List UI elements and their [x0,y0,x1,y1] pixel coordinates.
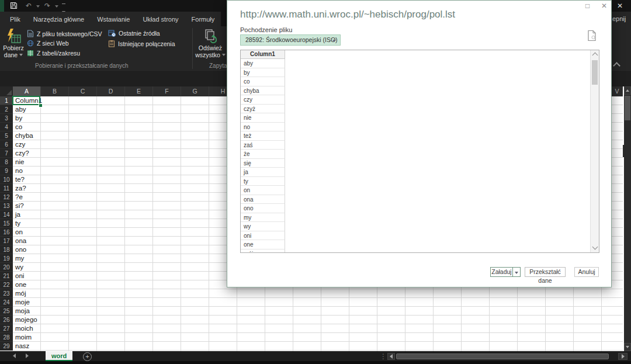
cell-a25[interactable]: moja [13,307,43,316]
preview-row-4[interactable]: chyba [241,86,285,96]
preview-scroll-up-icon[interactable] [592,53,598,58]
row-header-29[interactable]: 29 [0,342,13,351]
cell-a13[interactable]: si? [13,202,43,210]
cell-a24[interactable]: moje [13,298,43,307]
cell-a17[interactable]: ona [13,237,43,245]
preview-row-21[interactable]: one [241,240,285,249]
row-header-17[interactable]: 17 [0,237,13,245]
preview-row-19[interactable]: wy [241,222,285,231]
preview-row-10[interactable]: zaś [241,141,285,150]
column-header-f[interactable]: F [153,86,181,96]
select-all-corner[interactable] [0,86,13,96]
row-header-12[interactable]: 12 [0,193,13,202]
sheet-tab-word[interactable]: word [46,351,72,361]
cell-a18[interactable]: ono [13,245,43,254]
row-header-16[interactable]: 16 [0,228,13,237]
preview-row-3[interactable]: co [241,77,285,86]
preview-row-14[interactable]: ty [241,177,285,186]
cancel-button[interactable]: Anuluj [574,267,599,277]
recent-sources-button[interactable]: Ostatnie źródła [108,30,160,37]
preview-row-8[interactable]: no [241,123,285,132]
preview-row-17[interactable]: ono [241,204,285,213]
preview-scroll-down-icon[interactable] [592,244,598,250]
load-dropdown-button[interactable] [512,267,521,277]
row-header-7[interactable]: 7 [0,149,13,158]
column-header-v[interactable]: V [612,86,623,96]
tab-wstawianie[interactable]: Wstawianie [91,12,136,26]
ribbon-collapse-icon[interactable] [613,62,620,70]
horizontal-scroll-thumb[interactable] [396,353,609,359]
cell-a26[interactable]: mojego [13,316,43,324]
cell-a28[interactable]: moim [13,333,43,342]
row-header-11[interactable]: 11 [0,184,13,193]
row-header-22[interactable]: 22 [0,280,13,289]
preview-row-20[interactable]: oni [241,231,285,241]
column-header-g[interactable]: G [181,86,209,96]
preview-row-15[interactable]: on [241,186,285,195]
tab-układ-strony[interactable]: Układ strony [136,12,185,26]
column-header-a[interactable]: A [13,86,41,96]
preview-row-6[interactable]: czyż [241,105,285,114]
row-header-19[interactable]: 19 [0,254,13,263]
preview-row-11[interactable]: że [241,150,285,159]
preview-row-9[interactable]: też [241,131,285,141]
from-text-csv-button[interactable]: Z pliku tekstowego/CSV [27,30,102,37]
from-table-range-button[interactable]: Z tabeli/zakresu [27,50,80,57]
preview-row-13[interactable]: ja [241,168,285,177]
transform-data-button[interactable]: Przekształć dane [525,267,566,277]
vertical-scrollbar[interactable] [624,86,631,351]
get-data-button[interactable]: Pobierz dane [1,28,26,58]
dialog-close-icon[interactable]: ✕ [601,2,607,10]
share-button-partial[interactable]: epnij [612,15,626,22]
row-header-24[interactable]: 24 [0,298,13,307]
row-header-9[interactable]: 9 [0,167,13,175]
next-sheet-icon[interactable] [26,353,29,358]
cell-a15[interactable]: ty [13,219,43,228]
cell-a10[interactable]: te? [13,175,43,184]
redo-icon[interactable]: ↷ [44,0,50,12]
undo-dropdown-icon[interactable] [36,5,40,8]
row-header-2[interactable]: 2 [0,105,13,114]
new-sheet-icon[interactable]: + [83,352,92,361]
row-header-20[interactable]: 20 [0,263,13,272]
fill-handle[interactable] [39,103,43,108]
preview-row-1[interactable]: aby [241,59,285,68]
row-header-21[interactable]: 21 [0,272,13,280]
preview-row-22[interactable]: mój [241,249,285,254]
load-button[interactable]: Załaduj [490,267,513,277]
row-header-8[interactable]: 8 [0,158,13,167]
row-header-10[interactable]: 10 [0,175,13,184]
row-header-15[interactable]: 15 [0,219,13,228]
cell-a29[interactable]: nasz [13,342,43,351]
preview-row-18[interactable]: my [241,213,285,223]
column-header-d[interactable]: D [97,86,125,96]
refresh-all-button[interactable]: Odśwież wszystko [196,29,224,58]
cell-a16[interactable]: on [13,228,43,237]
cell-a4[interactable]: co [13,123,43,131]
row-header-1[interactable]: 1 [0,96,13,105]
existing-connections-button[interactable]: Istniejące połączenia [108,40,175,47]
cell-a9[interactable]: no [13,167,43,175]
cell-a19[interactable]: my [13,254,43,263]
cell-a23[interactable]: mój [13,289,43,298]
preview-row-7[interactable]: nie [241,113,285,123]
cell-a7[interactable]: czy? [13,149,43,158]
from-web-button[interactable]: Z sieci Web [27,40,69,47]
tabbar-splitter-icon[interactable]: ⋮ [380,352,387,360]
redo-dropdown-icon[interactable] [55,5,58,8]
row-header-3[interactable]: 3 [0,114,13,123]
tab-narzędzia-główne[interactable]: Narzędzia główne [27,12,91,26]
cell-a27[interactable]: moich [13,324,43,333]
preview-row-16[interactable]: ona [241,195,285,204]
scroll-down-icon[interactable] [624,343,631,351]
row-header-18[interactable]: 18 [0,245,13,254]
hscroll-left-icon[interactable] [387,353,395,360]
vertical-scroll-thumb[interactable] [625,96,630,120]
row-header-13[interactable]: 13 [0,202,13,210]
window-close-icon[interactable]: ✕ [617,2,623,10]
column-header-b[interactable]: B [41,86,69,96]
column-header-c[interactable]: C [69,86,97,96]
cell-a6[interactable]: czy [13,140,43,149]
undo-icon[interactable]: ↶ [26,0,32,12]
preview-scroll-thumb[interactable] [592,60,598,85]
